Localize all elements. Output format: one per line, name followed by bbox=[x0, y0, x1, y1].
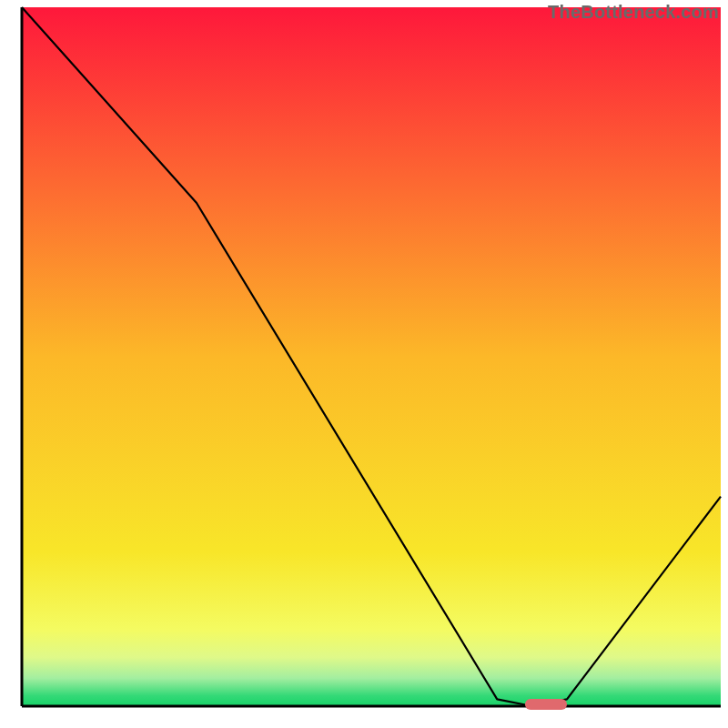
chart-canvas bbox=[0, 0, 728, 728]
gradient-background bbox=[22, 7, 721, 706]
bottleneck-chart: TheBottleneck.com bbox=[0, 0, 728, 728]
optimal-marker bbox=[525, 699, 567, 710]
watermark-text: TheBottleneck.com bbox=[548, 2, 719, 23]
